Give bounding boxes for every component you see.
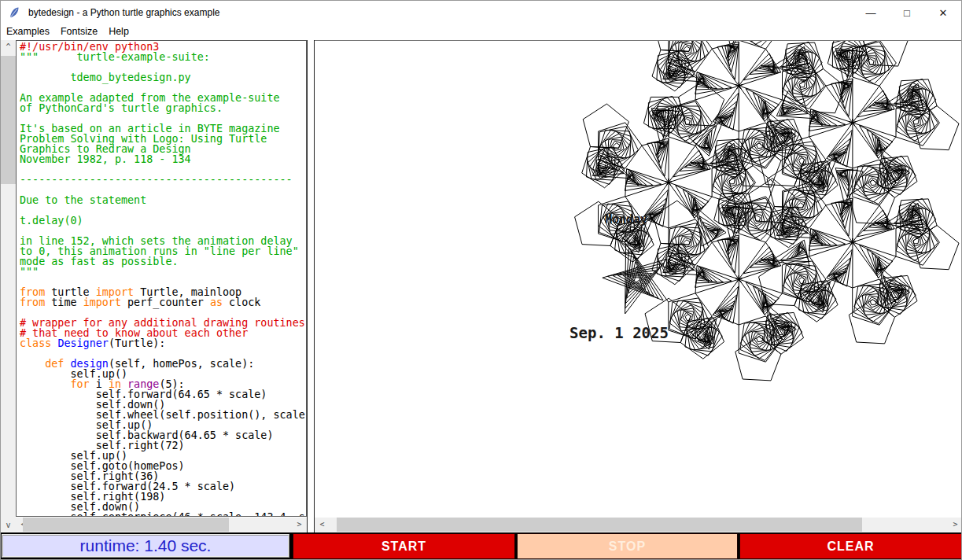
turtle-canvas: MondaySep. 1 2025 — [315, 40, 962, 517]
menu-item-fontsize[interactable]: Fontsize — [55, 24, 103, 39]
code-line: self.centerpiece(46 * scale, 143.4, scal… — [20, 512, 306, 517]
code-line: t.delay(0) — [20, 216, 306, 226]
clear-button[interactable]: CLEAR — [739, 533, 962, 559]
code-line: November 1982, p. 118 - 134 — [20, 154, 306, 164]
menu-item-help[interactable]: Help — [103, 24, 135, 39]
maximize-button[interactable]: □ — [889, 1, 925, 24]
code-line: """ — [20, 267, 306, 277]
tk-feather-icon — [8, 6, 20, 19]
code-line: from time import perf_counter as clock — [20, 297, 306, 308]
editor-hscrollbar-thumb[interactable] — [23, 518, 229, 532]
code-line: Due to the statement — [20, 195, 306, 205]
menu-bar: Examples Fontsize Help — [1, 24, 961, 40]
code-pane[interactable]: #!/usr/bin/env python3""" turtle-example… — [16, 40, 307, 517]
canvas-hscrollbar-thumb[interactable] — [337, 518, 862, 532]
editor-horizontal-scrollbar[interactable]: < > — [16, 518, 307, 532]
editor-vertical-scrollbar[interactable]: ^ v — [1, 40, 16, 532]
start-button[interactable]: START — [293, 533, 515, 559]
app-window: bytedesign - a Python turtle graphics ex… — [0, 0, 962, 560]
code-line: class Designer(Turtle): — [20, 338, 306, 348]
stop-button[interactable]: STOP — [517, 533, 738, 559]
title-bar: bytedesign - a Python turtle graphics ex… — [1, 1, 961, 24]
minimize-button[interactable]: — — [853, 1, 889, 24]
canvas-text: Sep. 1 2025 — [569, 324, 669, 341]
canvas-horizontal-scrollbar[interactable]: < > — [315, 518, 962, 532]
scroll-up-arrow-icon[interactable]: ^ — [2, 40, 15, 53]
close-button[interactable]: ✕ — [925, 1, 961, 24]
code-line: """ turtle-example-suite: — [20, 52, 306, 62]
scroll-left-arrow-icon[interactable]: < — [315, 518, 329, 531]
scroll-down-arrow-icon[interactable]: v — [2, 518, 15, 532]
canvas-text: Monday — [605, 212, 647, 227]
vertical-scrollbar-thumb[interactable] — [1, 56, 16, 184]
window-controls: — □ ✕ — [853, 1, 961, 24]
bytedesign-drawing: MondaySep. 1 2025 — [315, 41, 962, 518]
menu-item-examples[interactable]: Examples — [1, 24, 55, 39]
bottom-bar: runtime: 1.40 sec. START STOP CLEAR — [1, 532, 962, 560]
runtime-label: runtime: 1.40 sec. — [2, 534, 289, 558]
code-line: mode as fast as possible. — [20, 256, 306, 267]
scroll-right-arrow-icon[interactable]: > — [293, 518, 306, 531]
canvas-text-layer: MondaySep. 1 2025 — [569, 212, 669, 341]
main-area: ^ v #!/usr/bin/env python3""" turtle-exa… — [1, 40, 962, 532]
code-line: tdemo_bytedesign.py — [20, 72, 306, 83]
canvas-vertical-scrollbar-collapsed[interactable] — [307, 40, 315, 532]
window-title: bytedesign - a Python turtle graphics ex… — [28, 7, 219, 18]
code-line: of PythonCard's turtle graphics. — [20, 103, 306, 113]
code-line: ----------------------------------------… — [20, 175, 306, 185]
scroll-right-arrow-icon[interactable]: > — [949, 518, 962, 531]
